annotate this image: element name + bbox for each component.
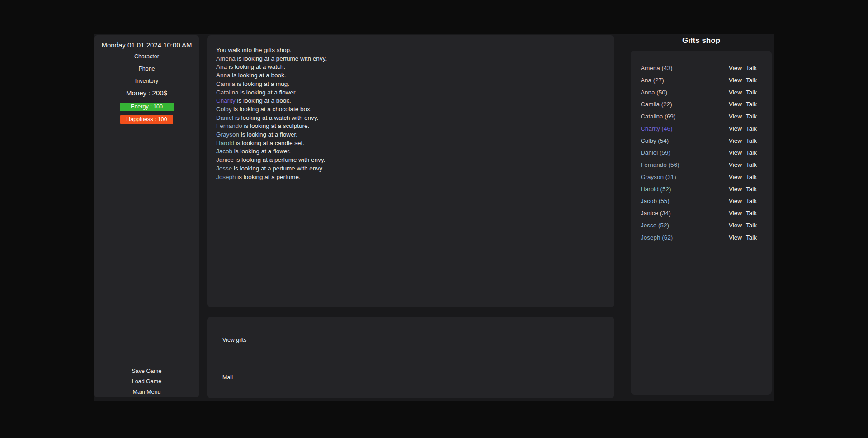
shop-character-name: Amena (43)	[641, 62, 673, 75]
talk-link[interactable]: Talk	[746, 99, 757, 111]
talk-link[interactable]: Talk	[746, 75, 757, 87]
talk-link[interactable]: Talk	[746, 171, 757, 184]
view-link[interactable]: View	[729, 62, 742, 75]
log-line: You walk into the gifts shop.	[216, 46, 605, 55]
log-character-name: Anna	[216, 72, 231, 79]
talk-link[interactable]: Talk	[746, 62, 757, 75]
talk-link[interactable]: Talk	[746, 207, 757, 220]
view-gifts-button[interactable]: View gifts	[222, 336, 246, 344]
view-link[interactable]: View	[729, 99, 742, 111]
shop-character-name: Janice (34)	[641, 207, 671, 220]
talk-link[interactable]: Talk	[746, 111, 757, 123]
shop-character-name: Ana (27)	[641, 75, 664, 87]
shop-row: Charity (46)ViewTalk	[631, 123, 772, 135]
sidebar-item-character[interactable]: Character	[94, 51, 199, 62]
log-character-name: Daniel	[216, 114, 233, 121]
log-character-name: Jacob	[216, 148, 232, 155]
shop-row: Fernando (56)ViewTalk	[631, 159, 772, 171]
log-line: Joseph is looking at a perfume.	[216, 173, 605, 182]
energy-badge: Energy : 100	[120, 103, 174, 111]
log-character-name: Charity	[216, 97, 236, 104]
log-line: Daniel is looking at a watch with envy.	[216, 114, 605, 122]
shop-character-name: Fernando (56)	[641, 159, 679, 171]
shop-character-name: Anna (50)	[641, 87, 667, 99]
view-link[interactable]: View	[729, 111, 742, 123]
view-link[interactable]: View	[729, 159, 742, 171]
shop-row: Daniel (59)ViewTalk	[631, 147, 772, 159]
money-label: Money : 200$	[94, 89, 199, 98]
shop-row: Ana (27)ViewTalk	[631, 75, 772, 87]
view-link[interactable]: View	[729, 220, 742, 232]
shop-character-name: Colby (54)	[641, 135, 669, 147]
talk-link[interactable]: Talk	[746, 220, 757, 232]
talk-link[interactable]: Talk	[746, 87, 757, 99]
log-character-name: Harold	[216, 140, 234, 146]
shop-character-list: Amena (43)ViewTalkAna (27)ViewTalkAnna (…	[631, 62, 772, 244]
talk-link[interactable]: Talk	[746, 232, 757, 244]
load-game-button[interactable]: Load Game	[94, 377, 199, 387]
view-link[interactable]: View	[729, 195, 742, 207]
shop-character-name: Daniel (59)	[641, 147, 670, 159]
sidebar-item-inventory[interactable]: Inventory	[94, 75, 199, 86]
mall-button[interactable]: Mall	[222, 374, 233, 381]
main-menu-button[interactable]: Main Menu	[94, 387, 199, 397]
event-log-panel: You walk into the gifts shop.Amena is lo…	[207, 35, 614, 307]
shop-character-name: Jacob (55)	[641, 195, 670, 207]
log-line: Catalina is looking at a flower.	[216, 89, 605, 97]
shop-row: Grayson (31)ViewTalk	[631, 171, 772, 184]
log-line: Grayson is looking at a flower.	[216, 131, 605, 139]
event-log-lines: You walk into the gifts shop.Amena is lo…	[216, 46, 605, 181]
shop-character-name: Grayson (31)	[641, 171, 676, 184]
game-content-area: Monday 01.01.2024 10:00 AM Character Pho…	[94, 34, 774, 401]
log-character-name: Jesse	[216, 165, 232, 172]
game-date: Monday 01.01.2024 10:00 AM	[94, 41, 199, 50]
save-game-button[interactable]: Save Game	[94, 366, 199, 377]
log-line: Fernando is looking at a sculpture.	[216, 122, 605, 131]
log-character-name: Camila	[216, 80, 235, 87]
log-line: Jacob is looking at a flower.	[216, 147, 605, 156]
log-character-name: Janice	[216, 156, 234, 163]
shop-character-name: Catalina (69)	[641, 111, 675, 123]
shop-title: Gifts shop	[631, 36, 772, 46]
shop-row: Anna (50)ViewTalk	[631, 87, 772, 99]
sidebar-item-phone[interactable]: Phone	[94, 63, 199, 74]
view-link[interactable]: View	[729, 147, 742, 159]
game-root: { "sidebar": { "date": "Monday 01.01.202…	[0, 0, 868, 438]
view-link[interactable]: View	[729, 184, 742, 196]
view-link[interactable]: View	[729, 75, 742, 87]
shop-panel: Amena (43)ViewTalkAna (27)ViewTalkAnna (…	[631, 51, 772, 395]
log-line: Ana is looking at a watch.	[216, 63, 605, 71]
talk-link[interactable]: Talk	[746, 184, 757, 196]
happiness-badge: Happiness : 100	[120, 115, 173, 124]
log-character-name: Amena	[216, 55, 236, 62]
view-link[interactable]: View	[729, 171, 742, 184]
log-line: Charity is looking at a book.	[216, 97, 605, 105]
log-line: Amena is looking at a perfume with envy.	[216, 55, 605, 63]
view-link[interactable]: View	[729, 135, 742, 147]
log-character-name: Catalina	[216, 89, 239, 96]
shop-row: Camila (22)ViewTalk	[631, 99, 772, 111]
sidebar-bottom-menu: Save Game Load Game Main Menu	[94, 366, 199, 397]
shop-row: Catalina (69)ViewTalk	[631, 111, 772, 123]
talk-link[interactable]: Talk	[746, 147, 757, 159]
log-character-name: Grayson	[216, 131, 239, 138]
shop-character-name: Harold (52)	[641, 184, 671, 196]
talk-link[interactable]: Talk	[746, 195, 757, 207]
talk-link[interactable]: Talk	[746, 123, 757, 135]
sidebar: Monday 01.01.2024 10:00 AM Character Pho…	[94, 35, 199, 397]
talk-link[interactable]: Talk	[746, 135, 757, 147]
view-link[interactable]: View	[729, 232, 742, 244]
log-character-name: Ana	[216, 63, 227, 70]
shop-character-name: Jesse (52)	[641, 220, 669, 232]
shop-row: Janice (34)ViewTalk	[631, 207, 772, 220]
shop-row: Colby (54)ViewTalk	[631, 135, 772, 147]
shop-row: Joseph (62)ViewTalk	[631, 232, 772, 244]
view-link[interactable]: View	[729, 207, 742, 220]
log-character-name: Fernando	[216, 122, 242, 129]
view-link[interactable]: View	[729, 87, 742, 99]
shop-character-name: Camila (22)	[641, 99, 672, 111]
shop-row: Jesse (52)ViewTalk	[631, 220, 772, 232]
shop-row: Amena (43)ViewTalk	[631, 62, 772, 75]
view-link[interactable]: View	[729, 123, 742, 135]
talk-link[interactable]: Talk	[746, 159, 757, 171]
